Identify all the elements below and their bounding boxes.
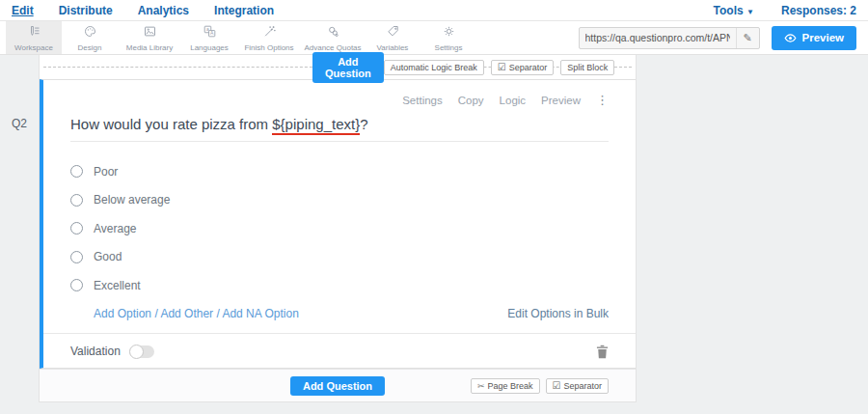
edit-options-in-bulk-link[interactable]: Edit Options in Bulk: [507, 307, 609, 320]
add-question-row-bottom: Add Question ✂Page Break ☑Separator: [40, 369, 636, 401]
option-row[interactable]: Poor: [70, 157, 609, 186]
toolbar-item-settings[interactable]: Settings: [420, 21, 476, 54]
option-row[interactable]: Below average: [70, 186, 609, 215]
add-question-button-bottom[interactable]: Add Question: [290, 376, 385, 396]
survey-url-input[interactable]: [580, 32, 736, 43]
question-card: Settings Copy Logic Preview ⋮ How would …: [40, 79, 636, 369]
toolbar-item-variables[interactable]: Variables: [365, 21, 420, 54]
nav-edit[interactable]: Edit: [12, 4, 34, 17]
checkbox-checked-icon: ☑: [498, 63, 506, 72]
validation-toggle[interactable]: [129, 345, 154, 358]
workspace-icon: [27, 24, 41, 42]
chevron-down-icon: ▼: [746, 8, 754, 16]
validation-row: Validation: [43, 333, 636, 370]
radio-button-icon[interactable]: [70, 279, 83, 291]
radio-button-icon[interactable]: [70, 194, 83, 207]
add-question-row-top: Add Question Automatic Logic Break ☑Sepa…: [40, 55, 636, 80]
question-preview-link[interactable]: Preview: [541, 95, 581, 106]
checkbox-checked-icon: ☑: [553, 381, 561, 391]
answer-options-list: Poor Below average Average Good: [70, 157, 609, 300]
nav-distribute[interactable]: Distribute: [59, 4, 113, 17]
delete-question-trash-icon[interactable]: [596, 345, 609, 359]
top-nav: Edit Distribute Analytics Integration To…: [0, 0, 868, 21]
question-number-label: Q2: [0, 117, 39, 130]
question-settings-link[interactable]: Settings: [402, 95, 443, 106]
toolbar-item-workspace[interactable]: Workspace: [6, 21, 62, 54]
option-row[interactable]: Average: [70, 214, 609, 243]
question-logic-link[interactable]: Logic: [500, 95, 527, 106]
separator-toggle-button-top[interactable]: ☑Separator: [491, 60, 555, 75]
toolbar-item-media-library[interactable]: Media Library: [118, 21, 181, 54]
design-icon: [83, 24, 97, 42]
toolbar-item-design[interactable]: Design: [62, 21, 118, 54]
finish-options-icon: [262, 24, 277, 42]
question-text-editor[interactable]: How would you rate pizza from ${piping_t…: [70, 116, 609, 142]
tools-menu[interactable]: Tools ▼: [714, 4, 754, 17]
advance-quotas-icon: [326, 24, 340, 42]
nav-analytics[interactable]: Analytics: [138, 4, 189, 17]
question-actions: Settings Copy Logic Preview ⋮: [70, 92, 609, 106]
responses-count[interactable]: Responses: 2: [781, 4, 856, 17]
separator-toggle-button-bottom[interactable]: ☑Separator: [546, 378, 610, 394]
survey-block-panel: Add Question Automatic Logic Break ☑Sepa…: [39, 55, 637, 402]
editor-toolbar: Workspace Design Media Library aA Langua…: [0, 21, 868, 55]
add-other-link[interactable]: Add Other: [160, 307, 213, 320]
toolbar-item-advance-quotas[interactable]: Advance Quotas: [301, 21, 365, 54]
add-question-button-top[interactable]: Add Question: [312, 52, 384, 83]
languages-icon: aA: [203, 24, 217, 42]
preview-button[interactable]: Preview: [772, 26, 856, 50]
eye-icon: [784, 34, 797, 42]
radio-button-icon[interactable]: [70, 222, 83, 235]
workspace-content: Q2 Add Question Automatic Logic Break ☑S…: [0, 55, 868, 414]
toolbar-item-finish-options[interactable]: Finish Options: [237, 21, 301, 54]
more-options-icon[interactable]: ⋮: [596, 94, 609, 106]
automatic-logic-break-button[interactable]: Automatic Logic Break: [384, 60, 484, 75]
survey-url-box: ✎: [579, 27, 760, 49]
option-row[interactable]: Excellent: [70, 271, 609, 300]
add-na-option-link[interactable]: Add NA Option: [222, 307, 298, 320]
media-library-icon: [143, 24, 157, 42]
piping-text-token[interactable]: ${piping_text}: [272, 116, 360, 135]
split-block-button[interactable]: Split Block: [560, 60, 614, 75]
page-break-button[interactable]: ✂Page Break: [471, 378, 540, 394]
option-row[interactable]: Good: [70, 243, 609, 272]
toolbar-item-languages[interactable]: aA Languages: [181, 21, 237, 54]
edit-url-pencil-icon[interactable]: ✎: [736, 28, 759, 48]
page-break-icon: ✂: [477, 381, 485, 391]
add-option-link[interactable]: Add Option: [94, 307, 151, 320]
radio-button-icon[interactable]: [70, 251, 83, 263]
question-copy-link[interactable]: Copy: [458, 95, 484, 106]
settings-icon: [442, 24, 456, 42]
option-links-row: Add Option / Add Other / Add NA Option E…: [70, 307, 609, 320]
nav-integration[interactable]: Integration: [214, 4, 274, 17]
variables-icon: [386, 24, 400, 42]
validation-label: Validation: [70, 345, 121, 358]
radio-button-icon[interactable]: [70, 165, 83, 178]
